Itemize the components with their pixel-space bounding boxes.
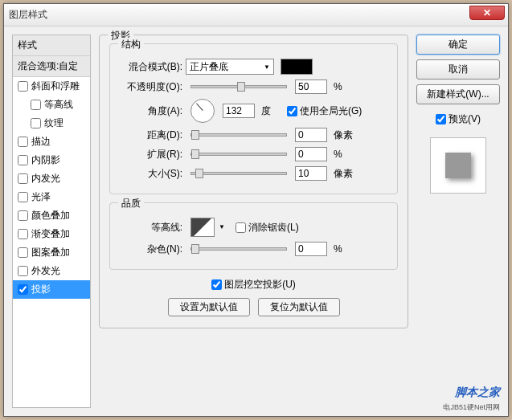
knockout-check[interactable]: 图层挖空投影(U) xyxy=(211,278,296,292)
style-label: 内阴影 xyxy=(31,153,60,167)
style-label: 颜色叠加 xyxy=(31,209,70,222)
preview-box xyxy=(430,137,486,194)
style-list: 斜面和浮雕等高线纹理描边内阴影内发光光泽颜色叠加渐变叠加图案叠加外发光投影 xyxy=(13,77,90,407)
global-light-check[interactable]: 使用全局光(G) xyxy=(287,104,362,118)
style-label: 光泽 xyxy=(31,190,51,204)
antialias-check[interactable]: 消除锯齿(L) xyxy=(236,221,299,234)
style-checkbox[interactable] xyxy=(18,210,28,221)
angle-label: 角度(A): xyxy=(118,104,182,118)
size-label: 大小(S): xyxy=(118,167,182,181)
contour-picker[interactable] xyxy=(190,218,215,237)
distance-slider[interactable] xyxy=(190,133,287,137)
style-checkbox[interactable] xyxy=(18,173,28,184)
opacity-input[interactable] xyxy=(295,80,327,94)
preview-check[interactable]: 预览(V) xyxy=(416,112,500,126)
style-checkbox[interactable] xyxy=(18,229,28,239)
style-checkbox[interactable] xyxy=(18,247,28,258)
preview-swatch xyxy=(445,153,471,178)
noise-slider[interactable] xyxy=(190,247,287,251)
spread-input[interactable] xyxy=(295,147,327,161)
styles-title: 样式 xyxy=(13,35,90,56)
structure-legend: 结构 xyxy=(118,38,144,51)
structure-fieldset: 结构 混合模式(B): 正片叠底 不透明度(O): % 角度(A): xyxy=(109,43,398,194)
angle-dial[interactable] xyxy=(190,99,215,123)
spread-unit: % xyxy=(334,149,342,160)
style-item[interactable]: 斜面和浮雕 xyxy=(13,77,90,96)
quality-legend: 品质 xyxy=(118,197,144,210)
cancel-button[interactable]: 取消 xyxy=(416,59,500,80)
styles-panel: 样式 混合选项:自定 斜面和浮雕等高线纹理描边内阴影内发光光泽颜色叠加渐变叠加图… xyxy=(12,35,91,408)
reset-default-button[interactable]: 复位为默认值 xyxy=(258,298,340,316)
close-icon: ✕ xyxy=(483,7,491,18)
noise-unit: % xyxy=(334,243,342,255)
window-title: 图层样式 xyxy=(9,8,47,22)
style-item[interactable]: 内阴影 xyxy=(13,151,90,169)
style-label: 图案叠加 xyxy=(31,246,70,259)
size-unit: 像素 xyxy=(334,167,353,181)
style-item[interactable]: 描边 xyxy=(13,133,90,151)
style-item[interactable]: 等高线 xyxy=(13,96,90,114)
style-item[interactable]: 光泽 xyxy=(13,188,90,206)
style-item[interactable]: 外发光 xyxy=(13,262,90,280)
spread-label: 扩展(R): xyxy=(118,148,182,161)
action-panel: 确定 取消 新建样式(W)... 预览(V) xyxy=(416,35,500,408)
style-checkbox[interactable] xyxy=(18,192,28,202)
shadow-color-swatch[interactable] xyxy=(281,59,313,75)
size-slider[interactable] xyxy=(190,172,287,175)
style-checkbox[interactable] xyxy=(31,100,41,110)
opacity-label: 不透明度(O): xyxy=(118,80,182,94)
noise-input[interactable] xyxy=(295,242,327,256)
blendmode-label: 混合模式(B): xyxy=(118,60,182,74)
spread-slider[interactable] xyxy=(190,153,287,156)
opacity-slider[interactable] xyxy=(190,85,287,88)
style-label: 内发光 xyxy=(31,172,60,186)
style-checkbox[interactable] xyxy=(18,81,28,92)
distance-label: 距离(D): xyxy=(118,128,182,142)
quality-fieldset: 品质 等高线: 消除锯齿(L) 杂色(N): % xyxy=(109,202,398,270)
distance-unit: 像素 xyxy=(334,128,353,142)
style-label: 描边 xyxy=(31,135,51,149)
style-checkbox[interactable] xyxy=(18,266,28,276)
angle-input[interactable] xyxy=(223,104,255,118)
style-label: 等高线 xyxy=(44,98,73,112)
style-item[interactable]: 内发光 xyxy=(13,169,90,188)
new-style-button[interactable]: 新建样式(W)... xyxy=(416,84,500,104)
settings-panel: 投影 结构 混合模式(B): 正片叠底 不透明度(O): % xyxy=(99,35,408,408)
watermark-sub: 电JB51硬Net用网 xyxy=(443,402,500,413)
blendmode-select[interactable]: 正片叠底 xyxy=(186,59,274,75)
main-fieldset: 投影 结构 混合模式(B): 正片叠底 不透明度(O): % xyxy=(99,35,408,328)
style-checkbox[interactable] xyxy=(18,137,28,147)
size-input[interactable] xyxy=(295,166,327,181)
style-checkbox[interactable] xyxy=(18,284,28,295)
style-label: 纹理 xyxy=(44,116,63,130)
style-item[interactable]: 渐变叠加 xyxy=(13,225,90,243)
style-checkbox[interactable] xyxy=(31,118,41,128)
blend-options[interactable]: 混合选项:自定 xyxy=(13,56,90,77)
noise-label: 杂色(N): xyxy=(118,243,182,256)
titlebar[interactable]: 图层样式 ✕ xyxy=(4,4,508,27)
style-label: 渐变叠加 xyxy=(31,227,70,241)
style-label: 斜面和浮雕 xyxy=(31,80,80,93)
style-label: 投影 xyxy=(31,283,51,296)
style-item[interactable]: 图案叠加 xyxy=(13,243,90,262)
layer-style-dialog: 图层样式 ✕ 样式 混合选项:自定 斜面和浮雕等高线纹理描边内阴影内发光光泽颜色… xyxy=(3,3,509,417)
content: 样式 混合选项:自定 斜面和浮雕等高线纹理描边内阴影内发光光泽颜色叠加渐变叠加图… xyxy=(4,27,508,416)
distance-input[interactable] xyxy=(295,128,327,142)
watermark: 脚本之家 xyxy=(455,385,500,400)
contour-label: 等高线: xyxy=(118,221,182,234)
style-checkbox[interactable] xyxy=(18,155,28,165)
style-label: 外发光 xyxy=(31,264,60,278)
close-button[interactable]: ✕ xyxy=(469,6,505,20)
set-default-button[interactable]: 设置为默认值 xyxy=(168,298,250,316)
ok-button[interactable]: 确定 xyxy=(416,35,500,55)
style-item[interactable]: 纹理 xyxy=(13,114,90,133)
angle-unit: 度 xyxy=(261,104,271,118)
style-item[interactable]: 投影 xyxy=(13,280,90,299)
style-item[interactable]: 颜色叠加 xyxy=(13,206,90,225)
opacity-unit: % xyxy=(334,81,342,92)
